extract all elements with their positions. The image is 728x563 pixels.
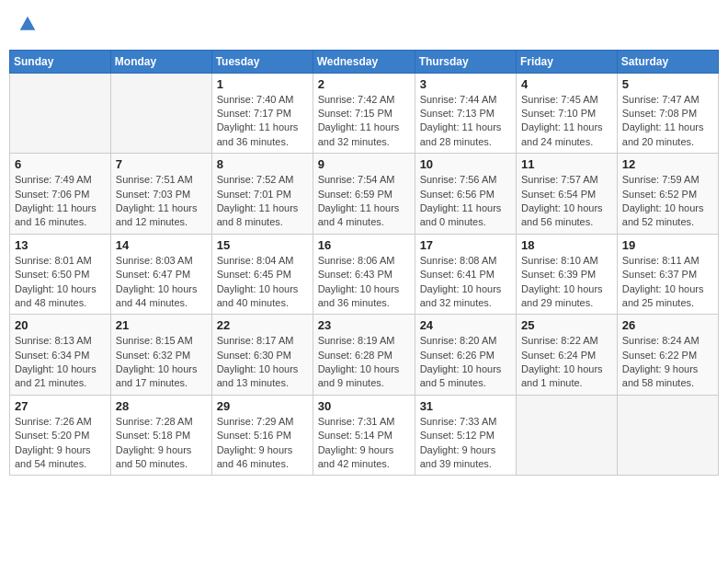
sunrise: Sunrise: 7:29 AM [217,416,294,427]
sunrise: Sunrise: 8:04 AM [217,255,294,266]
sunrise: Sunrise: 8:13 AM [15,335,92,346]
day-number: 15 [217,238,308,252]
calendar-cell: 22 Sunrise: 8:17 AM Sunset: 6:30 PM Dayl… [211,315,313,396]
calendar-cell: 21 Sunrise: 8:15 AM Sunset: 6:32 PM Dayl… [110,315,211,396]
day-number: 1 [217,77,308,91]
sunset: Sunset: 6:24 PM [521,350,596,361]
daylight: Daylight: 11 hours and 28 minutes. [420,121,502,146]
sunset: Sunset: 7:08 PM [622,108,697,119]
sunset: Sunset: 7:15 PM [318,108,392,119]
calendar-cell: 30 Sunrise: 7:31 AM Sunset: 5:14 PM Dayl… [313,395,415,476]
calendar-cell [10,73,111,154]
sunrise: Sunrise: 8:10 AM [521,255,598,266]
daylight: Daylight: 9 hours and 42 minutes. [318,444,394,469]
sunset: Sunset: 6:50 PM [15,269,89,280]
calendar-week-row: 20 Sunrise: 8:13 AM Sunset: 6:34 PM Dayl… [10,315,719,396]
day-info: Sunrise: 7:44 AM Sunset: 7:13 PM Dayligh… [420,93,511,150]
daylight: Daylight: 11 hours and 0 minutes. [420,202,502,227]
sunrise: Sunrise: 7:31 AM [318,416,395,427]
sunset: Sunset: 6:28 PM [318,350,392,361]
daylight: Daylight: 10 hours and 56 minutes. [521,202,603,227]
sunrise: Sunrise: 8:08 AM [420,255,497,266]
daylight: Daylight: 10 hours and 44 minutes. [116,283,198,308]
sunrise: Sunrise: 8:22 AM [521,335,598,346]
day-number: 9 [318,157,410,171]
sunset: Sunset: 7:06 PM [15,189,89,200]
sunrise: Sunrise: 8:01 AM [15,255,92,266]
calendar-cell: 17 Sunrise: 8:08 AM Sunset: 6:41 PM Dayl… [415,234,516,315]
calendar-header-row: SundayMondayTuesdayWednesdayThursdayFrid… [10,50,719,73]
day-number: 22 [217,318,308,332]
daylight: Daylight: 11 hours and 4 minutes. [318,202,400,227]
calendar-cell: 16 Sunrise: 8:06 AM Sunset: 6:43 PM Dayl… [313,234,415,315]
calendar-cell: 20 Sunrise: 8:13 AM Sunset: 6:34 PM Dayl… [10,315,111,396]
weekday-header: Sunday [10,50,111,73]
calendar-cell: 27 Sunrise: 7:26 AM Sunset: 5:20 PM Dayl… [10,395,111,476]
day-info: Sunrise: 7:29 AM Sunset: 5:16 PM Dayligh… [217,415,308,472]
day-info: Sunrise: 8:13 AM Sunset: 6:34 PM Dayligh… [15,334,106,391]
sunset: Sunset: 5:12 PM [420,430,495,441]
day-number: 12 [622,157,713,171]
sunset: Sunset: 5:16 PM [217,430,291,441]
sunrise: Sunrise: 8:11 AM [622,255,700,266]
sunset: Sunset: 5:14 PM [318,430,392,441]
day-number: 16 [318,238,410,252]
sunset: Sunset: 7:03 PM [116,189,190,200]
day-info: Sunrise: 7:42 AM Sunset: 7:15 PM Dayligh… [318,93,410,150]
page-header [9,9,719,44]
sunrise: Sunrise: 8:06 AM [318,255,395,266]
day-number: 24 [420,318,511,332]
daylight: Daylight: 10 hours and 17 minutes. [116,363,198,388]
sunset: Sunset: 5:18 PM [116,430,190,441]
daylight: Daylight: 9 hours and 58 minutes. [622,363,699,388]
calendar-week-row: 1 Sunrise: 7:40 AM Sunset: 7:17 PM Dayli… [10,73,719,154]
day-info: Sunrise: 8:08 AM Sunset: 6:41 PM Dayligh… [420,254,511,311]
day-number: 8 [217,157,308,171]
calendar-cell: 6 Sunrise: 7:49 AM Sunset: 7:06 PM Dayli… [10,154,111,235]
weekday-header: Monday [110,50,211,73]
day-info: Sunrise: 7:52 AM Sunset: 7:01 PM Dayligh… [217,173,308,230]
day-number: 14 [116,238,207,252]
sunrise: Sunrise: 8:24 AM [622,335,700,346]
day-number: 2 [318,77,410,91]
sunset: Sunset: 7:01 PM [217,189,291,200]
sunset: Sunset: 6:54 PM [521,189,596,200]
calendar-cell: 26 Sunrise: 8:24 AM Sunset: 6:22 PM Dayl… [617,315,718,396]
day-info: Sunrise: 8:11 AM Sunset: 6:37 PM Dayligh… [622,254,713,311]
daylight: Daylight: 10 hours and 29 minutes. [521,283,603,308]
calendar-cell [110,73,211,154]
daylight: Daylight: 10 hours and 1 minute. [521,363,603,388]
sunrise: Sunrise: 7:33 AM [420,416,497,427]
sunset: Sunset: 6:32 PM [116,350,190,361]
sunset: Sunset: 6:47 PM [116,269,190,280]
daylight: Daylight: 10 hours and 9 minutes. [318,363,400,388]
logo-icon [18,15,37,33]
day-info: Sunrise: 8:01 AM Sunset: 6:50 PM Dayligh… [15,254,106,311]
day-number: 19 [622,238,713,252]
day-number: 20 [15,318,106,332]
daylight: Daylight: 11 hours and 16 minutes. [15,202,97,227]
sunset: Sunset: 6:56 PM [420,189,495,200]
calendar-cell: 3 Sunrise: 7:44 AM Sunset: 7:13 PM Dayli… [415,73,516,154]
day-number: 25 [521,318,612,332]
day-number: 23 [318,318,410,332]
day-info: Sunrise: 7:59 AM Sunset: 6:52 PM Dayligh… [622,173,713,230]
sunset: Sunset: 6:43 PM [318,269,392,280]
day-info: Sunrise: 7:51 AM Sunset: 7:03 PM Dayligh… [116,173,207,230]
day-info: Sunrise: 8:17 AM Sunset: 6:30 PM Dayligh… [217,334,308,391]
daylight: Daylight: 9 hours and 46 minutes. [217,444,293,469]
day-number: 6 [15,157,106,171]
day-info: Sunrise: 8:03 AM Sunset: 6:47 PM Dayligh… [116,254,207,311]
calendar-cell: 19 Sunrise: 8:11 AM Sunset: 6:37 PM Dayl… [617,234,718,315]
day-info: Sunrise: 8:06 AM Sunset: 6:43 PM Dayligh… [318,254,410,311]
day-info: Sunrise: 7:57 AM Sunset: 6:54 PM Dayligh… [521,173,612,230]
daylight: Daylight: 11 hours and 12 minutes. [116,202,198,227]
calendar-cell: 12 Sunrise: 7:59 AM Sunset: 6:52 PM Dayl… [617,154,718,235]
daylight: Daylight: 11 hours and 8 minutes. [217,202,299,227]
day-info: Sunrise: 8:10 AM Sunset: 6:39 PM Dayligh… [521,254,612,311]
logo [17,15,37,39]
daylight: Daylight: 10 hours and 36 minutes. [318,283,400,308]
sunset: Sunset: 6:41 PM [420,269,495,280]
calendar-cell: 5 Sunrise: 7:47 AM Sunset: 7:08 PM Dayli… [617,73,718,154]
calendar-cell: 23 Sunrise: 8:19 AM Sunset: 6:28 PM Dayl… [313,315,415,396]
